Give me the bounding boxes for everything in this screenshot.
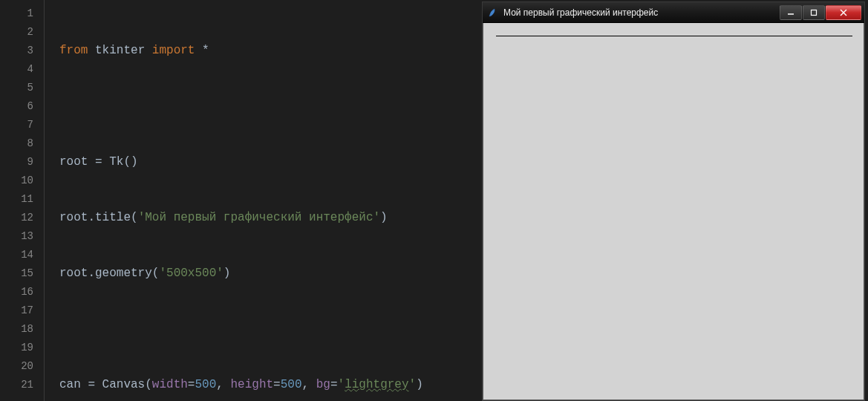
call-pre: can = Canvas( xyxy=(59,378,152,391)
tkinter-output-window[interactable]: Мой первый графический интерфейс xyxy=(482,1,865,401)
number: 500 xyxy=(195,378,216,391)
minimize-icon xyxy=(787,9,794,16)
module-name: tkinter xyxy=(95,44,145,57)
param-height: height xyxy=(230,378,273,391)
call-post: ) xyxy=(223,267,231,280)
minimize-button[interactable] xyxy=(780,5,802,20)
string-quote: ' xyxy=(338,378,345,391)
star: * xyxy=(202,44,209,57)
string-quote: ' xyxy=(409,378,417,391)
keyword-import: import xyxy=(152,44,195,57)
window-controls xyxy=(780,5,861,20)
string-value: lightgrey xyxy=(345,378,408,391)
gutter-line: 7 xyxy=(0,116,33,134)
maximize-icon xyxy=(810,9,818,16)
call-post: ) xyxy=(380,211,388,224)
gutter-line: 5 xyxy=(0,79,33,97)
maximize-button[interactable] xyxy=(803,5,825,20)
tk-feather-icon xyxy=(487,7,499,19)
window-titlebar[interactable]: Мой первый графический интерфейс xyxy=(483,2,864,23)
close-button[interactable] xyxy=(826,5,861,20)
window-client-area xyxy=(483,23,864,400)
line-number-gutter: 1 2 3 4 5 6 7 8 9 10 11 12 13 14 15 16 1… xyxy=(0,0,45,401)
call-post: ) xyxy=(416,378,423,391)
gutter-line: 6 xyxy=(0,97,33,116)
equals: = xyxy=(188,378,195,391)
gutter-line: 19 xyxy=(0,339,33,357)
gutter-line: 21 xyxy=(0,376,33,394)
gutter-line: 18 xyxy=(0,320,33,339)
gutter-line: 13 xyxy=(0,227,33,246)
gutter-line: 4 xyxy=(0,60,33,79)
gutter-line: 10 xyxy=(0,172,33,190)
canvas-drawn-line xyxy=(496,36,852,36)
gutter-line: 15 xyxy=(0,264,33,283)
string-literal: 'Мой первый графический интерфейс' xyxy=(138,211,380,224)
gutter-line: 9 xyxy=(0,153,33,172)
gutter-line: 17 xyxy=(0,301,33,320)
gutter-line: 16 xyxy=(0,283,33,301)
statement: root = Tk() xyxy=(59,155,138,169)
call-pre: root.geometry( xyxy=(59,267,159,280)
equals: = xyxy=(273,378,281,391)
gutter-line: 11 xyxy=(0,190,33,209)
gutter-line: 12 xyxy=(0,209,33,227)
tk-canvas[interactable] xyxy=(489,28,858,394)
comma: , xyxy=(216,378,230,391)
param-width: width xyxy=(152,378,188,391)
number: 500 xyxy=(281,378,302,391)
comma: , xyxy=(302,378,316,391)
equals: = xyxy=(330,378,338,391)
gutter-line: 2 xyxy=(0,23,33,42)
gutter-line: 8 xyxy=(0,134,33,153)
keyword-from: from xyxy=(59,44,88,57)
gutter-line: 20 xyxy=(0,357,33,376)
gutter-line: 1 xyxy=(0,4,33,23)
window-title: Мой первый графический интерфейс xyxy=(503,7,780,18)
string-literal: '500x500' xyxy=(159,267,223,280)
call-pre: root.title( xyxy=(59,211,138,224)
close-icon xyxy=(840,9,847,16)
param-bg: bg xyxy=(316,378,330,391)
gutter-line: 3 xyxy=(0,42,33,60)
svg-rect-2 xyxy=(812,10,817,15)
gutter-line: 14 xyxy=(0,246,33,264)
